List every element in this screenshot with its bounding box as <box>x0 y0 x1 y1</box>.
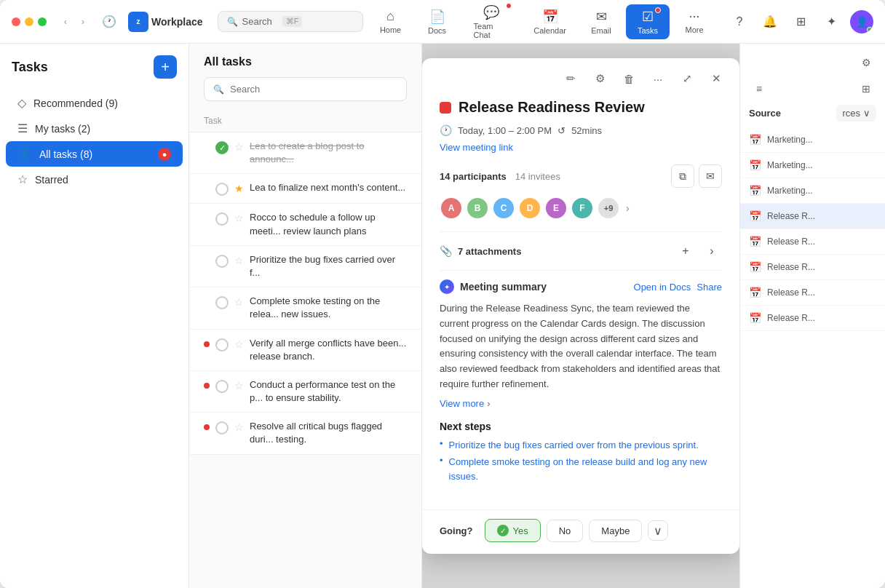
source-item-highlighted[interactable]: 📅 Release R... <box>740 204 885 229</box>
close-btn[interactable] <box>12 17 20 26</box>
view-toggle-button[interactable]: ⊞ <box>856 79 876 99</box>
task-checkbox[interactable] <box>215 212 229 226</box>
attachments-expand-button[interactable]: › <box>702 241 722 261</box>
sidebar-item-recommended[interactable]: ◇ Recommended (9) <box>6 90 183 116</box>
help-button[interactable]: ? <box>728 10 751 33</box>
forward-arrow[interactable]: › <box>76 15 90 29</box>
task-checkbox[interactable] <box>215 183 229 196</box>
task-item[interactable]: ☆ Resolve all critical bugs flagged duri… <box>189 413 421 454</box>
task-checkbox[interactable] <box>215 296 229 309</box>
task-search-bar[interactable]: 🔍 <box>204 77 407 101</box>
next-step-text[interactable]: Complete smoke testing on the release bu… <box>449 455 722 483</box>
nav-label-docs: Docs <box>428 26 446 35</box>
task-checkbox[interactable] <box>215 255 229 268</box>
expand-button[interactable]: ⤢ <box>675 67 699 90</box>
maximize-btn[interactable] <box>38 17 47 26</box>
source-item[interactable]: 📅 Release R... <box>740 229 885 255</box>
email-participants-button[interactable]: ✉ <box>699 164 722 188</box>
event-recurrence-icon: ↺ <box>557 125 565 136</box>
task-star[interactable]: ☆ <box>234 338 244 350</box>
user-avatar[interactable]: 👤 <box>850 10 873 33</box>
rsvp-maybe-button[interactable]: Maybe <box>589 520 642 542</box>
view-meeting-link[interactable]: View meeting link <box>440 142 722 153</box>
sidebar: Tasks + ◇ Recommended (9) ☰ My tasks (2)… <box>0 44 189 588</box>
source-item-text: Marketing... <box>767 186 813 196</box>
task-item[interactable]: ☆ Conduct a performance test on the p...… <box>189 371 421 413</box>
task-star[interactable]: ☆ <box>234 212 244 224</box>
rsvp-chevron-button[interactable]: ∨ <box>648 520 668 541</box>
rsvp-no-button[interactable]: No <box>547 520 584 542</box>
task-star[interactable]: ☆ <box>234 421 244 433</box>
nav-item-team-chat[interactable]: 💬 Team Chat <box>462 0 521 44</box>
nav-item-email[interactable]: ✉ Email <box>579 4 623 39</box>
view-more-button[interactable]: View more › <box>440 398 722 409</box>
sidebar-item-starred[interactable]: ☆ Starred <box>6 167 183 192</box>
sidebar-item-my-tasks[interactable]: ☰ My tasks (2) <box>6 116 183 141</box>
task-star[interactable]: ☆ <box>234 141 244 153</box>
history-icon[interactable]: 🕐 <box>102 15 116 29</box>
task-item[interactable]: ☆ Rocco to schedule a follow up meeti...… <box>189 204 421 245</box>
sidebar-item-all-tasks[interactable]: 👤 All tasks (8) ● <box>6 141 183 167</box>
close-button[interactable]: ✕ <box>705 67 728 90</box>
back-arrow[interactable]: ‹ <box>58 15 73 29</box>
minimize-btn[interactable] <box>25 17 33 26</box>
filter-button[interactable]: ≡ <box>749 79 769 99</box>
source-item-icon: 📅 <box>749 159 761 171</box>
task-text: Lea to finalize next month's content... <box>250 181 407 194</box>
nav-item-more[interactable]: ··· More <box>672 4 716 39</box>
settings-button[interactable]: ⚙ <box>588 67 611 90</box>
participants-row: 14 participants 14 invitees ⧉ ✉ <box>440 164 722 188</box>
add-attachment-button[interactable]: + <box>675 241 696 261</box>
nav-item-docs[interactable]: 📄 Docs <box>416 4 459 39</box>
nav-item-calendar[interactable]: 📅 Calendar <box>523 4 576 39</box>
source-item[interactable]: 📅 Release R... <box>740 280 885 306</box>
task-item[interactable]: ☆ Complete smoke testing on the relea...… <box>189 287 421 329</box>
notifications-button[interactable]: 🔔 <box>758 10 782 33</box>
calendar-icon: 📅 <box>542 9 558 25</box>
participant-avatar-more[interactable]: +9 <box>597 196 620 220</box>
source-dropdown[interactable]: rces ∨ <box>836 105 876 122</box>
task-star[interactable]: ★ <box>234 183 244 194</box>
rsvp-yes-button[interactable]: ✓ Yes <box>485 519 541 542</box>
ai-button[interactable]: ✦ <box>819 10 843 33</box>
apps-button[interactable]: ⊞ <box>789 10 812 33</box>
task-priority-dot <box>204 383 210 389</box>
task-star[interactable]: ☆ <box>234 296 244 308</box>
task-search-input[interactable] <box>230 84 397 95</box>
tasks-badge <box>655 7 661 13</box>
add-task-button[interactable]: + <box>154 55 177 79</box>
avatars-chevron[interactable]: › <box>626 202 630 214</box>
task-star[interactable]: ☆ <box>234 380 244 392</box>
source-item[interactable]: 📅 Marketing... <box>740 178 885 204</box>
task-checkbox[interactable] <box>215 338 229 351</box>
search-icon: 🔍 <box>227 17 238 27</box>
nav-label-calendar: Calendar <box>533 26 566 35</box>
panel-settings-button[interactable]: ⚙ <box>856 52 876 73</box>
source-item[interactable]: 📅 Release R... <box>740 255 885 280</box>
delete-button[interactable]: 🗑 <box>617 67 640 90</box>
copy-participants-button[interactable]: ⧉ <box>671 164 694 188</box>
search-bar[interactable]: 🔍 Search ⌘F <box>218 11 363 32</box>
task-item[interactable]: ☆ Verify all merge conflicts have been..… <box>189 330 421 371</box>
task-text: Resolve all critical bugs flagged duri..… <box>250 420 407 446</box>
open-in-docs-button[interactable]: Open in Docs <box>634 282 691 293</box>
task-checkbox[interactable] <box>215 421 229 434</box>
all-tasks-icon: 👤 <box>17 147 32 161</box>
nav-item-tasks[interactable]: ☑ Tasks <box>626 4 670 39</box>
next-step-text[interactable]: Prioritize the bug fixes carried over fr… <box>449 438 699 453</box>
more-options-button[interactable]: ··· <box>646 67 670 90</box>
event-title: Release Readiness Review <box>459 99 645 116</box>
nav-item-home[interactable]: ⌂ Home <box>369 4 413 39</box>
task-item[interactable]: ★ Lea to finalize next month's content..… <box>189 174 421 204</box>
avatars-row: A B C D E F +9 › <box>440 196 722 220</box>
source-item[interactable]: 📅 Release R... <box>740 306 885 331</box>
task-checkbox[interactable] <box>215 380 229 393</box>
task-star[interactable]: ☆ <box>234 255 244 266</box>
task-checkbox[interactable]: ✓ <box>215 141 229 154</box>
source-item[interactable]: 📅 Marketing... <box>740 127 885 153</box>
source-item[interactable]: 📅 Marketing... <box>740 153 885 178</box>
task-item[interactable]: ☆ Prioritize the bug fixes carried over … <box>189 246 421 287</box>
edit-button[interactable]: ✏ <box>559 67 582 90</box>
task-item[interactable]: ✓ ☆ Lea to create a blog post to announc… <box>189 132 421 174</box>
share-button[interactable]: Share <box>697 282 722 293</box>
